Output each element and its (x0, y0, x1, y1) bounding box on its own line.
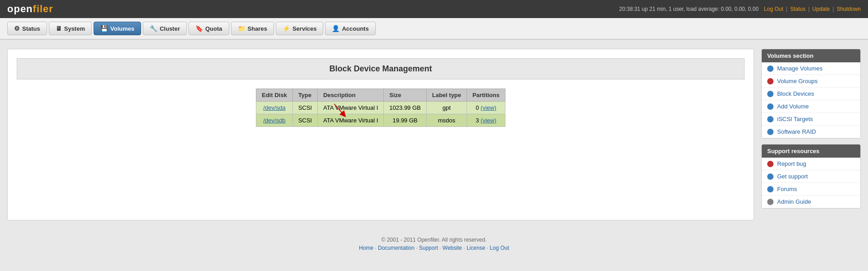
cell-description: ATA VMware Virtual I (317, 114, 383, 127)
cell-partitions: 3 (view) (467, 114, 505, 127)
software-raid-icon (767, 129, 774, 135)
header-links: Log Out | Status | Update | Shutdown (764, 6, 861, 12)
footer-docs-link[interactable]: Documentation (378, 245, 415, 251)
sidebar-item-manage-volumes[interactable]: Manage Volumes (762, 62, 860, 75)
table-row: /dev/sdb SCSI ATA VMware Virtual I 19.99… (256, 114, 505, 127)
nav: ⚙ Status 🖥 System 💾 Volumes 🔧 Cluster 🔖 … (0, 18, 868, 40)
tab-status[interactable]: ⚙ Status (7, 22, 47, 35)
page-title: Block Device Management (23, 64, 739, 74)
tab-quota[interactable]: 🔖 Quota (189, 22, 229, 35)
sidebar-item-forums[interactable]: Forums (762, 183, 860, 196)
sidebar: Volumes section Manage Volumes Volume Gr… (761, 49, 861, 220)
footer-website-link[interactable]: Website (443, 245, 462, 251)
table-row: /dev/sda SCSI ATA VMware Virtual I 1023.… (256, 102, 505, 114)
cell-type: SCSI (292, 102, 317, 114)
footer-license-link[interactable]: License (467, 245, 485, 251)
content-area: Block Device Management Edit Disk Type D… (7, 49, 754, 220)
footer-links: Home · Documentation · Support · Website… (7, 245, 861, 251)
disk-link-devsda[interactable]: /dev/sda (263, 104, 285, 111)
footer-support-link[interactable]: Support (419, 245, 438, 251)
cell-size: 19.99 GB (384, 114, 426, 127)
sidebar-item-get-support[interactable]: Get support (762, 170, 860, 183)
get-support-icon (767, 173, 774, 180)
tab-shares[interactable]: 📁 Shares (231, 22, 274, 35)
status-bar: 20:38:31 up 21 min, 1 user, load average… (619, 6, 759, 12)
sidebar-support-section: Support resources Report bug Get support… (761, 144, 861, 209)
col-partitions: Partitions (467, 89, 505, 102)
shares-icon: 📁 (238, 25, 245, 32)
main: Block Device Management Edit Disk Type D… (0, 40, 868, 229)
cell-edit-disk: /dev/sda (256, 102, 293, 114)
block-devices-icon (767, 91, 774, 97)
sidebar-volumes-title: Volumes section (762, 49, 860, 62)
tab-system[interactable]: 🖥 System (49, 22, 92, 35)
view-link[interactable]: (view) (481, 104, 496, 111)
volume-groups-icon (767, 78, 774, 84)
table-wrapper: Edit Disk Type Description Size Label ty… (17, 89, 745, 128)
update-link[interactable]: Update (812, 6, 830, 12)
cluster-icon: 🔧 (150, 25, 157, 32)
sidebar-item-add-volume[interactable]: Add Volume (762, 100, 860, 113)
sidebar-volumes-section: Volumes section Manage Volumes Volume Gr… (761, 49, 861, 139)
view-link[interactable]: (view) (481, 117, 496, 124)
logout-link[interactable]: Log Out (764, 6, 783, 12)
tab-services[interactable]: ⚡ Services (276, 22, 324, 35)
cell-size: 1023.99 GB (384, 102, 426, 114)
tab-accounts[interactable]: 👤 Accounts (325, 22, 375, 35)
disk-link-devsdb[interactable]: /dev/sdb (263, 117, 285, 124)
sidebar-support-title: Support resources (762, 145, 860, 158)
system-icon: 🖥 (56, 25, 62, 32)
iscsi-icon (767, 116, 774, 122)
footer-logout-link[interactable]: Log Out (490, 245, 509, 251)
header-right: 20:38:31 up 21 min, 1 user, load average… (619, 6, 861, 12)
table-header-row: Edit Disk Type Description Size Label ty… (256, 89, 505, 102)
sidebar-item-block-devices[interactable]: Block Devices (762, 88, 860, 100)
col-type: Type (292, 89, 317, 102)
cell-label-type: gpt (426, 102, 467, 114)
report-bug-icon (767, 161, 774, 167)
volumes-icon: 💾 (100, 25, 108, 32)
header: openfiler 20:38:31 up 21 min, 1 user, lo… (0, 0, 868, 18)
sidebar-item-volume-groups[interactable]: Volume Groups (762, 75, 860, 88)
status-link[interactable]: Status (790, 6, 806, 12)
shutdown-link[interactable]: Shutdown (837, 6, 861, 12)
block-device-table: Edit Disk Type Description Size Label ty… (256, 89, 505, 127)
footer: © 2001 - 2011 Openfiler. All rights rese… (0, 229, 868, 258)
sidebar-item-software-raid[interactable]: Software RAID (762, 126, 860, 138)
quota-icon: 🔖 (195, 25, 203, 32)
status-icon: ⚙ (14, 25, 20, 32)
add-volume-icon (767, 103, 774, 110)
forums-icon (767, 186, 774, 192)
tab-volumes[interactable]: 💾 Volumes (94, 22, 141, 35)
accounts-icon: 👤 (332, 25, 340, 32)
cell-edit-disk: /dev/sdb (256, 114, 293, 127)
logo: openfiler (7, 3, 53, 15)
sidebar-item-admin-guide[interactable]: Admin Guide (762, 196, 860, 208)
sidebar-item-report-bug[interactable]: Report bug (762, 158, 860, 170)
col-size: Size (384, 89, 426, 102)
col-description: Description (317, 89, 383, 102)
services-icon: ⚡ (283, 25, 290, 32)
admin-guide-icon (767, 199, 774, 205)
page-title-area: Block Device Management (17, 58, 745, 79)
col-edit-disk: Edit Disk (256, 89, 293, 102)
tab-cluster[interactable]: 🔧 Cluster (143, 22, 187, 35)
col-label-type: Label type (426, 89, 467, 102)
cell-description: ATA VMware Virtual I (317, 102, 383, 114)
cell-type: SCSI (292, 114, 317, 127)
footer-copyright: © 2001 - 2011 Openfiler. All rights rese… (7, 237, 861, 243)
cell-label-type: msdos (426, 114, 467, 127)
cell-partitions: 0 (view) (467, 102, 505, 114)
manage-volumes-icon (767, 65, 774, 72)
sidebar-item-iscsi-targets[interactable]: iSCSI Targets (762, 113, 860, 126)
footer-home-link[interactable]: Home (359, 245, 373, 251)
